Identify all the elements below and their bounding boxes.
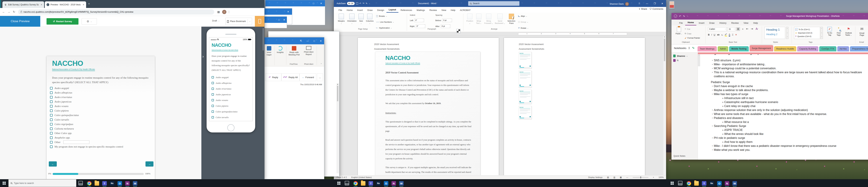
phish-alert-report-button[interactable]: ⌐ Phish AlertReport	[302, 46, 316, 55]
undo-icon[interactable]: ↶	[360, 2, 361, 5]
note-line[interactable]: • Maybe a webinar to talk about the prob…	[711, 88, 864, 92]
highlight-button[interactable]: 🖉	[725, 33, 727, 36]
ribbon-tab[interactable]: Insert	[696, 21, 707, 26]
checkbox[interactable]	[50, 127, 53, 130]
checkbox[interactable]	[50, 141, 53, 144]
notebook-item[interactable]: Shanno⌄	[672, 52, 698, 58]
survey-option[interactable]: Culex pipiens	[50, 108, 123, 113]
survey-option[interactable]: Culex tarsalis	[50, 117, 123, 122]
outdent-icon[interactable]: ⇤	[745, 27, 749, 31]
taskbar-app-icon[interactable]	[723, 180, 731, 186]
ribbon-tab[interactable]: References	[398, 8, 414, 13]
back-icon[interactable]: ←	[674, 14, 677, 18]
clear-formatting-icon[interactable]: A̷	[755, 27, 758, 31]
panel-scrollbar[interactable]	[262, 28, 264, 50]
section-tab[interactable]: Preparedness Summit	[850, 46, 868, 51]
checkbox[interactable]	[212, 110, 214, 113]
taskbar-app-icon[interactable]	[693, 180, 700, 186]
place-bookmark-button[interactable]: Place Bookmark ⌄	[225, 18, 252, 25]
survey-option[interactable]: Culex pipiens	[212, 103, 250, 109]
document-page-2[interactable]: 2020 Vector Assessment Assessment Screen…	[504, 38, 645, 175]
outlook-tasks-button[interactable]: ⚑ OutlookTasks ⌄	[843, 27, 854, 36]
survey-option[interactable]: Culex tarsalis	[212, 114, 250, 120]
forward-button[interactable]: →Forward	[300, 73, 316, 81]
note-line[interactable]: • Pediatrics and disasters	[711, 116, 864, 120]
styles-gallery[interactable]: Heading 1 Heading 2	[764, 27, 785, 39]
tag-item[interactable]: ★Important (Ctrl+2)	[795, 31, 819, 35]
taskbar-app-icon[interactable]	[108, 180, 116, 186]
ribbon-tab[interactable]: Layout	[386, 7, 398, 13]
close-icon[interactable]: ✕	[317, 0, 325, 6]
ribbon-tab[interactable]: View	[741, 21, 751, 26]
checkbox[interactable]	[50, 118, 53, 121]
pen-icon[interactable]: ✎	[683, 15, 685, 17]
group-button[interactable]: Group⌄	[518, 21, 528, 23]
send-backward-button[interactable]: SendBackward ⌄	[495, 14, 505, 25]
zoom-slider[interactable]	[633, 177, 648, 178]
ribbon-tab[interactable]: History	[717, 21, 729, 26]
maximize-icon[interactable]: □	[310, 0, 317, 6]
note-line[interactable]: • Searching Pediatric Surge	[711, 124, 864, 128]
titlebar[interactable]: ✕	[265, 8, 292, 15]
note-line[interactable]: • Mike - I didn't know that there was a …	[711, 144, 864, 148]
scroll-thumb[interactable]	[664, 39, 665, 61]
survey-option[interactable]: Anopheles spp.	[50, 136, 123, 140]
quick-access-chevron-icon[interactable]: ⌄	[687, 15, 688, 17]
paragraph-align-icon[interactable]: Ξ	[732, 33, 733, 36]
checkbox[interactable]	[212, 93, 214, 96]
delete-icon[interactable]: ✕	[735, 33, 737, 36]
survey-option[interactable]: Aedes vexans	[212, 97, 250, 103]
pen-icon[interactable]: ✎	[366, 2, 368, 5]
ribbon-tab[interactable]: Draw	[707, 21, 717, 26]
cut-button[interactable]: ✂Cut	[685, 28, 690, 30]
avatar[interactable]	[625, 2, 629, 6]
reload-icon[interactable]: ↻	[11, 10, 17, 13]
taskbar-app-icon[interactable]	[85, 180, 93, 186]
position-button[interactable]: Position⌄	[466, 14, 474, 25]
word-search-box[interactable]: Search	[468, 1, 519, 6]
print-layout-icon[interactable]: ▥	[614, 176, 615, 179]
survey-option[interactable]: Aedes vexans	[50, 104, 123, 108]
qr-code-icon[interactable]	[457, 29, 460, 33]
copy-button[interactable]: ⧉Copy	[685, 32, 691, 35]
checkbox[interactable]	[50, 96, 53, 99]
survey-option[interactable]: Aedes aegypti	[212, 74, 250, 80]
subscript-button[interactable]: x₂	[721, 34, 723, 36]
font-size-select[interactable]: 11	[727, 27, 735, 31]
ribbon-tab[interactable]: Mailings	[414, 8, 427, 13]
ribbon-tab[interactable]: ACROBAT	[458, 8, 473, 13]
ribbon-tab[interactable]: Insert	[355, 8, 365, 13]
tags-gallery[interactable]: ✓To Do (Ctrl+1) ★Important (Ctrl+2) ?Que…	[794, 27, 820, 39]
new-tab-button[interactable]: +	[88, 2, 90, 5]
start-button[interactable]	[0, 179, 8, 187]
taskbar-app-icon[interactable]	[685, 180, 693, 186]
ribbon-tab[interactable]: Help	[448, 8, 458, 13]
redo-icon[interactable]: ↷	[363, 2, 364, 5]
desktop-icon-photo[interactable]: b99d10	[669, 1, 675, 10]
note-line[interactable]: o Cant relay on supply chai	[711, 104, 864, 108]
line-numbers-button[interactable]: 1\2\3Line Numbers⌄	[376, 21, 394, 23]
task-view-button[interactable]	[678, 181, 682, 185]
note-page-content[interactable]: Surge Management Workgroup Presentation …	[698, 54, 868, 160]
numbering-icon[interactable]: ≡	[741, 27, 745, 31]
zoom-level[interactable]: 100%	[659, 176, 664, 178]
note-line[interactable]: • PH role in pediatric surge	[711, 136, 864, 140]
vertical-scrollbar[interactable]: ▲	[663, 36, 666, 175]
close-icon[interactable]: ✕	[284, 8, 292, 15]
note-line[interactable]: • Mike has two types of surge	[711, 92, 864, 96]
heading2-style[interactable]: Heading 2	[766, 33, 783, 36]
browser-tab-1[interactable]: Q Edit Survey | Qualtrics Survey Sof ✕	[2, 1, 44, 8]
zoom-out-icon[interactable]: —	[626, 176, 628, 178]
hyphenation-button[interactable]: bc-Hyphenation⌄	[376, 27, 392, 29]
note-line[interactable]: o ASPR TRACIE	[711, 128, 864, 132]
checkbox[interactable]	[50, 145, 53, 148]
preview-options-button[interactable]: ⚙⌄	[82, 18, 97, 25]
section-tab[interactable]: Admin	[718, 46, 728, 51]
note-line[interactable]: • Mike - importance of antihistamine tak…	[711, 62, 864, 66]
survey-option[interactable]: Aedes albopictus	[212, 80, 250, 86]
styles-scroll[interactable]: ⌃⌄⌄	[786, 27, 788, 39]
address-bar[interactable]: naccho.co1.qualtrics.com/jfe/preview/SV_…	[18, 9, 214, 14]
mobile-preview-toggle[interactable]	[255, 16, 265, 27]
taskbar-app-icon[interactable]	[390, 180, 398, 186]
bring-forward-button[interactable]: BringForward ⌄	[484, 14, 494, 25]
